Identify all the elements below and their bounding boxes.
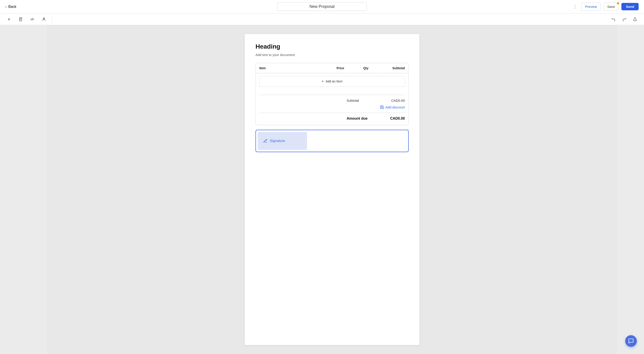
pen-icon [263,139,268,143]
chat-icon [628,338,634,344]
totals-section: Subtotal CAD0.00 Add di [256,93,408,125]
signature-block[interactable]: Signature [258,132,307,150]
share-button[interactable] [632,16,639,23]
toolbar-divider [52,16,52,23]
undo-button[interactable] [610,16,617,23]
add-block-button[interactable] [5,16,12,23]
header-right: ⋮ Preview Save Send [572,3,639,11]
svg-point-12 [382,108,383,108]
header-center [277,2,367,11]
subtotal-row: Subtotal CAD0.00 [259,99,405,102]
content-area: Heading Add text to your document. Item … [47,25,617,354]
back-button[interactable]: ‹ Back [5,5,16,9]
discount-icon [380,105,384,109]
svg-point-11 [381,107,382,108]
dots-icon: ⋮ [573,4,577,9]
amount-due-row: Amount due CAD0.00 [259,117,405,121]
add-discount-button[interactable]: Add discount [380,105,405,109]
document-heading[interactable]: Heading [256,43,409,50]
back-label: Back [8,5,16,9]
proposal-title-input[interactable] [277,2,367,11]
plus-icon: + [322,79,324,83]
toolbar-actions [610,16,639,23]
variable-icon-button[interactable] [29,16,36,23]
svg-point-7 [43,18,44,19]
send-button[interactable]: Send [622,3,639,10]
amount-due-divider [259,113,405,113]
redo-button[interactable] [621,16,628,23]
toolbar [0,14,644,25]
table-body: + Add an Item [256,73,408,93]
column-price: Price [308,66,344,70]
signature-outer: Signature [256,130,409,152]
add-item-button[interactable]: + Add an Item [259,76,405,87]
more-options-button[interactable]: ⋮ [572,3,578,10]
add-discount-label: Add discount [385,105,405,109]
save-button[interactable]: Save [604,3,619,11]
back-arrow-icon: ‹ [5,5,6,9]
save-unsaved-dot [617,2,619,5]
add-item-label: Add an Item [326,80,342,83]
document-icon-button[interactable] [17,16,24,23]
preview-button[interactable]: Preview [581,3,601,11]
chat-button[interactable] [625,335,637,347]
document-subtitle[interactable]: Add text to your document. [256,53,409,57]
column-item: Item [259,66,308,70]
top-header: ‹ Back ⋮ Preview Save Send [0,0,644,14]
main-layout: Heading Add text to your document. Item … [0,25,644,354]
pricing-table: Item Price Qty Subtotal + Add an Item [256,63,409,125]
subtotal-label: Subtotal [347,99,374,102]
table-header: Item Price Qty Subtotal [256,63,408,73]
signature-label: Signature [270,139,285,143]
amount-due-label: Amount due [347,117,374,121]
person-icon-button[interactable] [40,16,48,23]
amount-due-value: CAD0.00 [387,117,405,121]
column-qty: Qty [344,66,368,70]
totals-divider [259,95,405,95]
column-subtotal: Subtotal [368,66,405,70]
svg-line-6 [32,18,33,21]
left-sidebar [0,25,47,354]
right-sidebar [617,25,644,354]
subtotal-value: CAD0.00 [387,99,405,102]
add-discount-row: Add discount [259,105,405,109]
document-canvas: Heading Add text to your document. Item … [245,34,420,345]
